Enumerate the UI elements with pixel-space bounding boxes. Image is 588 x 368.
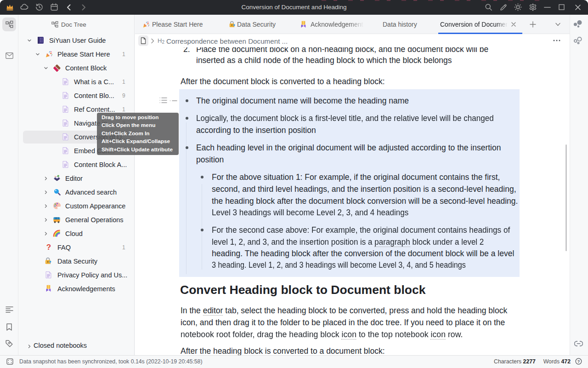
svg-text:?: ? [577,359,580,364]
